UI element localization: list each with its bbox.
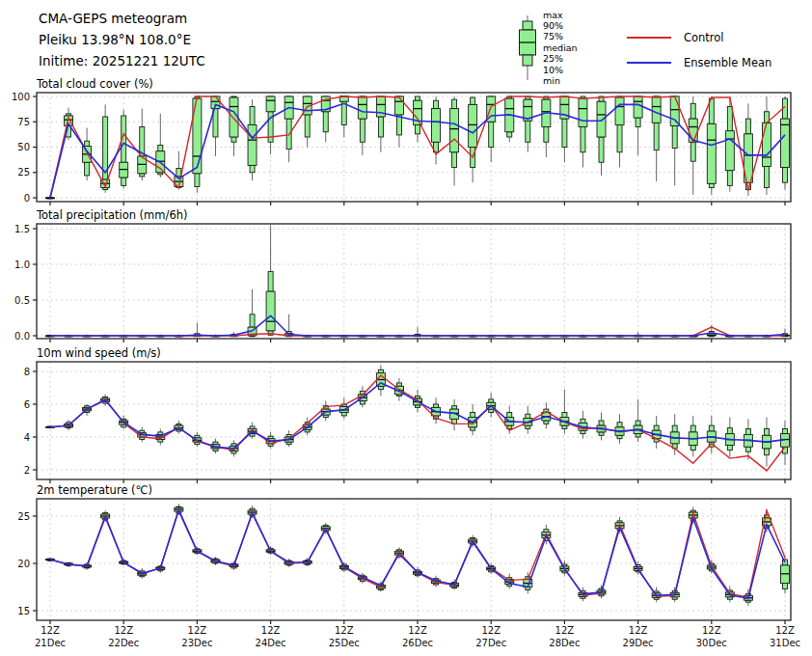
wind-y-axis: 2468 (24, 367, 37, 476)
wind-box (652, 416, 661, 449)
svg-text:23Dec: 23Dec (181, 638, 212, 648)
precip-panel: Total precipitation (mm/6h)0.00.51.01.5 (14, 208, 791, 342)
cloud-box (670, 96, 679, 185)
svg-text:4: 4 (24, 432, 30, 443)
svg-text:12Z: 12Z (481, 625, 501, 636)
svg-text:12Z: 12Z (555, 625, 575, 636)
cloud-box (762, 96, 771, 195)
svg-text:6: 6 (24, 399, 30, 410)
svg-text:12Z: 12Z (261, 625, 281, 636)
cloud-box (376, 96, 385, 152)
svg-text:0.0: 0.0 (14, 331, 30, 342)
svg-text:50: 50 (17, 142, 30, 152)
cloud-box (579, 96, 587, 168)
cloud-box (469, 96, 477, 182)
cloud-box (394, 96, 403, 148)
svg-text:12Z: 12Z (188, 625, 207, 636)
svg-text:31Dec: 31Dec (770, 638, 800, 648)
svg-text:100: 100 (12, 92, 30, 102)
wind-grid (37, 362, 791, 479)
cloud-box (138, 109, 147, 181)
wind-box (542, 402, 551, 428)
svg-text:0.5: 0.5 (14, 295, 30, 306)
svg-text:27Dec: 27Dec (475, 638, 506, 648)
cloud-box (303, 96, 311, 148)
svg-text:24Dec: 24Dec (256, 638, 286, 648)
meteogram-chart: Total cloud cover (%)0255075100Total pre… (0, 0, 812, 656)
cloud-title: Total cloud cover (%) (36, 77, 153, 91)
svg-text:28Dec: 28Dec (549, 638, 580, 648)
precip-box (284, 314, 293, 337)
svg-text:12Z: 12Z (408, 625, 427, 636)
svg-text:15: 15 (17, 606, 30, 616)
cloud-box (542, 96, 551, 157)
temp-title: 2m temperature (℃) (37, 483, 152, 497)
cloud-box (266, 96, 275, 154)
svg-text:20: 20 (17, 559, 30, 569)
cloud-box (689, 96, 697, 195)
svg-text:26Dec: 26Dec (402, 638, 433, 648)
temp-panel: 2m temperature (℃)152025 (17, 483, 791, 624)
x-axis-labels: 12Z21Dec12Z22Dec12Z23Dec12Z24Dec12Z25Dec… (35, 625, 800, 648)
wind-box (597, 413, 606, 441)
svg-text:75: 75 (17, 117, 30, 127)
cloud-box (358, 96, 366, 155)
wind-box (560, 390, 569, 434)
wind-box (376, 365, 385, 396)
svg-text:21Dec: 21Dec (35, 638, 66, 648)
wind-box (634, 399, 642, 442)
cloud-box (781, 96, 790, 190)
svg-text:30Dec: 30Dec (696, 638, 727, 648)
svg-text:0: 0 (24, 193, 30, 204)
svg-text:25Dec: 25Dec (329, 638, 360, 648)
svg-text:1.5: 1.5 (14, 224, 30, 234)
svg-text:2: 2 (24, 465, 30, 476)
svg-text:12Z: 12Z (335, 625, 354, 636)
wind-box (579, 411, 587, 439)
cloud-y-axis: 0255075100 (12, 92, 37, 204)
svg-text:25: 25 (17, 511, 30, 522)
cloud-box (560, 96, 569, 162)
svg-text:29Dec: 29Dec (623, 638, 654, 648)
svg-text:12Z: 12Z (629, 625, 648, 636)
svg-text:12Z: 12Z (775, 625, 795, 636)
cloud-box (652, 96, 661, 181)
wind-box (781, 421, 790, 465)
svg-text:22Dec: 22Dec (108, 638, 139, 648)
cloud-panel: Total cloud cover (%)0255075100 (12, 77, 791, 205)
cloud-box (524, 96, 532, 152)
wind-panel: 10m wind speed (m/s)2468 (24, 346, 791, 483)
wind-box (615, 414, 624, 444)
wind-box (689, 416, 697, 457)
temp-grid (37, 499, 791, 620)
cloud-box (248, 99, 257, 180)
meteogram-figure: CMA-GEPS meteogram Pleiku 13.98°N 108.0°… (0, 0, 812, 656)
precip-y-axis: 0.00.51.01.5 (14, 224, 37, 342)
precip-grid (37, 224, 791, 339)
cloud-box (321, 96, 330, 142)
precip-boxes (46, 225, 790, 336)
svg-text:25: 25 (17, 167, 30, 178)
precip-title: Total precipitation (mm/6h) (36, 208, 187, 222)
wind-title: 10m wind speed (m/s) (37, 346, 161, 360)
cloud-box (339, 96, 348, 137)
cloud-box (597, 96, 606, 176)
svg-text:8: 8 (24, 367, 30, 377)
temp-y-axis: 152025 (17, 511, 37, 616)
svg-text:12Z: 12Z (702, 625, 721, 636)
precip-box (248, 289, 257, 337)
svg-text:1.0: 1.0 (14, 260, 30, 270)
svg-text:12Z: 12Z (114, 625, 133, 636)
svg-text:12Z: 12Z (41, 625, 60, 636)
temp-box (524, 572, 532, 594)
wind-box (725, 418, 734, 457)
cloud-box (505, 96, 514, 142)
